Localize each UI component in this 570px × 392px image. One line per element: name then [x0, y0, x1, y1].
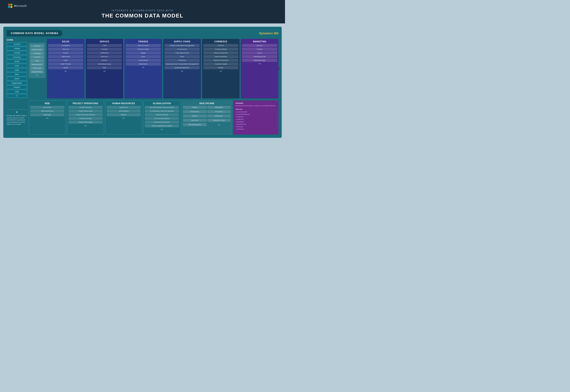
core-item: •••: [7, 94, 27, 98]
core-item: Organization: [7, 81, 27, 85]
module-item: Marketing Email: [242, 55, 277, 58]
module-item: Procurement: [164, 48, 200, 51]
module-item: Risk Assessment: [183, 123, 207, 126]
core-item: Contact: [7, 51, 27, 55]
schema-title: COMMON DATA MODEL SCHEMA: [7, 30, 62, 36]
module-item: Business documents: [145, 121, 179, 124]
core-item: Account: [7, 42, 27, 46]
module-item: Encounter: [207, 114, 231, 117]
module-item: Device: [183, 114, 207, 117]
module-item: Bank: [126, 55, 161, 58]
module-item: Contact: [242, 48, 277, 51]
module-item: Project Resourcing: [69, 110, 102, 112]
cds-item: Marketing List: [30, 63, 44, 66]
module-item: Product Information Management: [164, 44, 200, 47]
module-item: Resource: [87, 55, 122, 58]
commerce-dots: •••: [203, 70, 238, 72]
module-item: Project Invoicing: [69, 117, 102, 120]
dynamics-label: Dynamics 365: [259, 32, 278, 35]
module-item: Fiscal integrations for Retail: [145, 124, 179, 127]
cds-dots: •••: [30, 74, 44, 76]
core-column: CORE Account Activity Contact Currency E…: [7, 39, 27, 98]
module-item: Dimensions: [126, 62, 161, 66]
sales-dots: •••: [48, 70, 83, 72]
schema-header: COMMON DATA MODEL SCHEMA Dynamics 365: [7, 30, 278, 36]
modules-area: SALES Competitor Discount Invoice Opport…: [47, 39, 278, 98]
module-item: Trade Agreements: [164, 51, 200, 55]
module-item: Case: [87, 44, 122, 47]
module-item: Episode of Care: [207, 119, 231, 122]
module-item: Worker: [203, 66, 238, 69]
marketing-title: MARKETING: [242, 41, 277, 43]
sales-module: SALES Competitor Discount Invoice Opport…: [47, 39, 85, 98]
module-item: Payment instrument: [203, 59, 238, 62]
module-item: Service: [87, 59, 122, 62]
cds-item: Phone Call: [30, 67, 44, 70]
core-item: Owner: [7, 77, 27, 81]
tooltip-title: Account:: [235, 102, 276, 104]
core-label: CORE: [7, 39, 27, 41]
service-title: SERVICE: [87, 41, 122, 43]
module-item: Tax and audit reports: [145, 117, 179, 120]
module-item: Opportunity: [48, 55, 83, 58]
core-item: Task: [7, 90, 27, 94]
service-dots: •••: [87, 70, 122, 72]
module-item: Competitor: [48, 44, 83, 47]
module-item: Warehouse and Transportation Management: [164, 62, 200, 66]
tooltip-attr-title: Attributes:: [235, 108, 276, 110]
supply-dots: •••: [164, 70, 200, 72]
module-item: Payment formats: [145, 113, 179, 116]
module-item: Asset Management: [164, 66, 200, 69]
core-item: Position: [7, 85, 27, 89]
web-title: WEB: [30, 102, 64, 105]
commerce-title: COMMERCE: [203, 41, 238, 43]
module-item: Main accounts: [126, 44, 161, 47]
module-item: Product catalog: [203, 48, 238, 51]
healthcare-dots: •••: [207, 124, 231, 127]
expansion-box: Working with subject matter & industry e…: [7, 100, 27, 135]
brand-name: Microsoft: [14, 4, 27, 7]
tooltip-attributes: • accountNumber • accountRatingCode • cr…: [235, 111, 276, 133]
cds-item: Contact: [30, 56, 44, 58]
header-subtitle: Integrate & Disambiguate Data With: [111, 9, 173, 12]
module-item: Sales: [164, 55, 200, 58]
module-item: Entitlement: [87, 51, 122, 55]
finance-dots: •••: [126, 66, 161, 69]
highlight-arrow: [278, 67, 280, 70]
hr-title: HUMAN RESOURCES: [107, 102, 141, 105]
module-item: Department: [107, 106, 141, 109]
core-item: Goal: [7, 64, 27, 68]
module-item: Account: [242, 44, 277, 47]
service-module: SERVICE Case Contract Entitlement Resour…: [86, 39, 123, 98]
web-module: WEB Link Clicks Web Interactions Web Pag…: [29, 100, 66, 135]
module-item: Care Plan: [183, 119, 207, 122]
module-item: Scheduling Group: [87, 62, 122, 66]
module-item: Worker: [107, 113, 141, 116]
module-item: Fixed assets: [126, 59, 161, 62]
module-item: Quote: [48, 66, 83, 69]
expansion-note: Working with subject matter & industry e…: [7, 115, 27, 126]
header-title: The Common Data Model: [102, 13, 183, 19]
project-ops-module: PROJECT OPERATIONS Project Planning Proj…: [67, 100, 104, 135]
module-item: Marketing Page: [242, 59, 277, 62]
glob-dots: •••: [145, 128, 179, 130]
module-item: Budget: [126, 51, 161, 55]
core-item: Email: [7, 60, 27, 63]
cds-base-column: Account Appointment Campaign Contact Lea…: [29, 39, 45, 98]
core-item: Letter: [7, 68, 27, 72]
module-item: Project Time and Expense: [69, 113, 102, 116]
module-item: Order: [48, 59, 83, 62]
project-dots: •••: [69, 125, 102, 127]
core-item: Currency: [7, 55, 27, 59]
cds-box: Account Appointment Campaign Contact Lea…: [29, 43, 45, 78]
web-dots: •••: [30, 117, 64, 119]
marketing-dots: •••: [242, 63, 277, 65]
core-item: Activity: [7, 47, 27, 50]
module-item: Link Clicks: [30, 106, 64, 109]
supply-chain-title: SUPPLY CHAIN: [164, 41, 200, 43]
module-item: Order Product: [48, 62, 83, 66]
finance-module: FINANCE Main accounts General Ledger Bud…: [124, 39, 162, 98]
module-item: Project Planning: [69, 106, 102, 109]
module-item: Tax determination and calcuItaion: [145, 106, 179, 109]
module-item: Invoice: [48, 51, 83, 55]
